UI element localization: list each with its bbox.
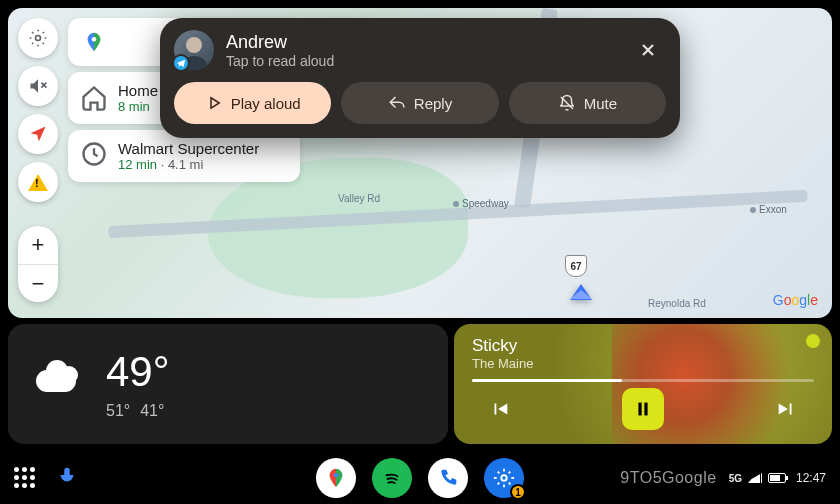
svg-rect-10 <box>638 403 641 416</box>
destination-eta-dist: 12 min · 4.1 mi <box>118 157 288 172</box>
message-notification-card: Andrew Tap to read aloud Play aloud Repl… <box>160 18 680 138</box>
play-aloud-button[interactable]: Play aloud <box>174 82 331 124</box>
cloudy-icon <box>32 356 88 412</box>
media-card[interactable]: Sticky The Maine <box>454 324 832 444</box>
status-bar: 5G 12:47 <box>729 471 826 485</box>
weather-card[interactable]: 49° 51°41° <box>8 324 448 444</box>
system-bottom-bar: 1 9TO5Google 5G 12:47 <box>0 452 840 504</box>
zoom-in-button[interactable]: + <box>18 226 58 264</box>
dock-phone-button[interactable] <box>428 458 468 498</box>
settings-badge: 1 <box>510 484 526 500</box>
dock-maps-button[interactable] <box>316 458 356 498</box>
notification-sender: Andrew <box>226 32 618 53</box>
network-label: 5G <box>729 473 742 484</box>
svg-point-3 <box>92 37 97 42</box>
svg-point-0 <box>36 36 41 41</box>
app-dock: 1 <box>316 458 524 498</box>
zoom-control: + − <box>18 226 58 302</box>
sender-avatar <box>174 30 214 70</box>
svg-point-12 <box>334 473 339 478</box>
close-notification-button[interactable] <box>630 32 666 68</box>
mute-voice-icon[interactable] <box>18 66 58 106</box>
previous-track-button[interactable] <box>482 391 518 427</box>
pause-button[interactable] <box>622 388 664 430</box>
road-label-valley: Valley Rd <box>338 193 380 204</box>
maps-pin-icon <box>80 28 108 56</box>
map-side-rail <box>18 18 58 202</box>
send-location-icon[interactable] <box>18 114 58 154</box>
mute-button[interactable]: Mute <box>509 82 666 124</box>
app-launcher-button[interactable] <box>14 467 36 489</box>
telegram-badge-icon <box>172 54 190 72</box>
media-artist: The Maine <box>472 356 814 371</box>
svg-point-13 <box>501 475 507 481</box>
poi-exxon: Exxon <box>750 204 787 215</box>
spotify-icon <box>806 334 820 348</box>
battery-icon <box>768 473 786 483</box>
home-icon <box>80 84 108 112</box>
google-logo: Google <box>773 292 818 308</box>
weather-temperature: 49° <box>106 348 170 396</box>
svg-point-5 <box>186 37 202 53</box>
destination-title: Walmart Supercenter <box>118 140 288 157</box>
media-progress-bar[interactable] <box>472 379 814 382</box>
media-track-title: Sticky <box>472 336 814 356</box>
svg-marker-8 <box>211 98 219 109</box>
assistant-mic-button[interactable] <box>56 465 78 491</box>
poi-speedway: Speedway <box>453 198 509 209</box>
weather-high-low: 51°41° <box>106 402 170 420</box>
history-icon <box>80 140 108 168</box>
notification-subtitle: Tap to read aloud <box>226 53 618 69</box>
watermark-text: 9TO5Google <box>620 469 716 487</box>
next-track-button[interactable] <box>768 391 804 427</box>
signal-icon <box>748 473 762 483</box>
road-label-reynolda: Reynolda Rd <box>648 298 706 309</box>
settings-gear-icon[interactable] <box>18 18 58 58</box>
dock-settings-button[interactable]: 1 <box>484 458 524 498</box>
dock-spotify-button[interactable] <box>372 458 412 498</box>
reply-button[interactable]: Reply <box>341 82 498 124</box>
traffic-warning-icon[interactable] <box>18 162 58 202</box>
route-shield: 67 <box>565 255 587 277</box>
current-location-arrow-icon <box>570 284 592 300</box>
svg-rect-11 <box>644 403 647 416</box>
clock: 12:47 <box>796 471 826 485</box>
